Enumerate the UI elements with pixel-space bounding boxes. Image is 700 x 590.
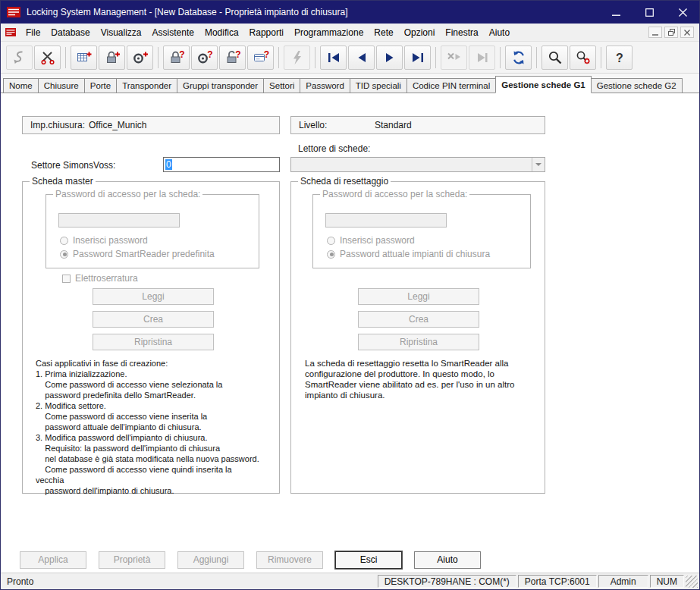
menu-file[interactable]: File bbox=[20, 25, 46, 40]
svg-text:?: ? bbox=[263, 49, 268, 60]
help-button[interactable]: ? bbox=[606, 46, 633, 70]
menu-visualizza[interactable]: Visualizza bbox=[96, 25, 147, 40]
menu-rete[interactable]: Rete bbox=[369, 25, 398, 40]
program-icon bbox=[289, 49, 306, 66]
radio-icon[interactable] bbox=[327, 237, 335, 245]
master-password-input[interactable] bbox=[58, 213, 180, 228]
menu-aiuto[interactable]: Aiuto bbox=[484, 25, 515, 40]
add-locking-system-button[interactable] bbox=[71, 46, 97, 70]
dropdown-arrow-button[interactable] bbox=[532, 158, 545, 171]
add-button[interactable]: Aggiungi bbox=[177, 551, 244, 569]
read-lock-button[interactable]: ? bbox=[163, 46, 190, 70]
electro-lock-checkbox-row[interactable]: Elettroserratura bbox=[62, 273, 138, 284]
menu-programmazione[interactable]: Programmazione bbox=[289, 25, 369, 40]
menu-finestra[interactable]: Finestra bbox=[440, 25, 483, 40]
tab-nome[interactable]: Nome bbox=[3, 78, 39, 93]
info-line: Come password di accesso viene quindi in… bbox=[36, 464, 259, 475]
minimize-button[interactable] bbox=[599, 1, 633, 24]
toolbar-separator bbox=[278, 47, 279, 68]
menubar: FileDatabaseVisualizzaAssistenteModifica… bbox=[1, 24, 699, 42]
next-record-button[interactable] bbox=[376, 46, 403, 70]
tab-gestione-schede-g2[interactable]: Gestione schede G2 bbox=[591, 78, 683, 93]
read-transponder-button[interactable]: ? bbox=[191, 46, 218, 70]
info-line: password attuale dell'impianto di chiusu… bbox=[36, 422, 259, 432]
menu-opzioni[interactable]: Opzioni bbox=[399, 25, 441, 40]
help-button[interactable]: Aiuto bbox=[414, 551, 481, 569]
radio-icon[interactable] bbox=[60, 237, 68, 245]
menu-database[interactable]: Database bbox=[46, 25, 95, 40]
toolbar-separator bbox=[65, 47, 66, 68]
radio-icon[interactable] bbox=[327, 250, 335, 259]
app-window: Locking System Management - [New Databas… bbox=[0, 0, 700, 590]
tab-porte[interactable]: Porte bbox=[84, 78, 118, 93]
tab-gestione-schede-g1[interactable]: Gestione schede G1 bbox=[495, 76, 592, 93]
prev-record-icon bbox=[353, 49, 370, 66]
info-line: Casi applicativi in fase di creazione: bbox=[36, 358, 259, 369]
radio-enter-password-reset[interactable]: Inserisci password bbox=[327, 235, 415, 246]
radio-current-system-password[interactable]: Password attuale impianti di chiusura bbox=[327, 249, 490, 259]
last-record-button[interactable] bbox=[404, 46, 431, 70]
last-record-icon bbox=[410, 49, 426, 66]
help-icon: ? bbox=[611, 49, 628, 66]
menu-modifica[interactable]: Modifica bbox=[199, 25, 244, 40]
tab-settori[interactable]: Settori bbox=[263, 78, 300, 93]
toolbar-separator bbox=[536, 47, 537, 68]
apply-button[interactable]: Applica bbox=[20, 551, 86, 569]
tab-chiusure[interactable]: Chiusure bbox=[38, 78, 85, 93]
close-button[interactable] bbox=[666, 1, 699, 24]
cancel-programming-button[interactable] bbox=[441, 46, 467, 70]
menu-rapporti[interactable]: Rapporti bbox=[244, 25, 289, 40]
filter-settings-button[interactable] bbox=[570, 46, 596, 70]
disconnect-button[interactable] bbox=[34, 46, 61, 70]
info-line: password predefinita dello SmartReader. bbox=[36, 390, 259, 400]
exit-button[interactable]: Esci bbox=[335, 551, 402, 569]
first-record-button[interactable] bbox=[320, 46, 347, 70]
maximize-button[interactable] bbox=[633, 1, 666, 24]
master-card-group-title: Scheda master bbox=[30, 176, 96, 187]
reset-create-button[interactable]: Crea bbox=[358, 311, 479, 328]
sector-input[interactable]: 0 bbox=[163, 157, 280, 172]
toolbar-separator bbox=[435, 47, 436, 68]
first-record-icon bbox=[325, 49, 342, 66]
svg-text:?: ? bbox=[207, 49, 212, 60]
reset-restore-button[interactable]: Ripristina bbox=[358, 334, 479, 350]
mdi-minimize-button[interactable] bbox=[648, 27, 662, 38]
properties-button[interactable]: Proprietà bbox=[99, 551, 165, 569]
master-info-text: Casi applicativi in fase di creazione:1.… bbox=[36, 358, 259, 496]
master-create-button[interactable]: Crea bbox=[93, 311, 214, 328]
radio-enter-password[interactable]: Inserisci password bbox=[60, 235, 148, 246]
skip-record-button[interactable] bbox=[469, 46, 495, 70]
add-lock-button[interactable] bbox=[99, 46, 125, 70]
checkbox-icon[interactable] bbox=[62, 275, 71, 283]
master-read-button[interactable]: Leggi bbox=[93, 288, 214, 305]
remove-button[interactable]: Rimuovere bbox=[256, 551, 323, 569]
tab-password[interactable]: Password bbox=[300, 78, 350, 93]
disconnect-icon bbox=[39, 49, 56, 66]
program-button[interactable] bbox=[284, 46, 310, 70]
card-management-page: Imp.chiusura: Office_Munich Livello: Sta… bbox=[1, 93, 699, 547]
tab-gruppi-transponder[interactable]: Gruppi transponder bbox=[177, 78, 264, 93]
resize-grip[interactable] bbox=[686, 576, 698, 588]
tab-transponder[interactable]: Transponder bbox=[116, 78, 177, 93]
menu-assistente[interactable]: Assistente bbox=[147, 25, 199, 40]
master-restore-button[interactable]: Ripristina bbox=[93, 334, 214, 350]
refresh-button[interactable] bbox=[505, 46, 532, 70]
mdi-restore-button[interactable] bbox=[664, 27, 678, 38]
locking-system-box: Imp.chiusura: Office_Munich bbox=[22, 116, 280, 134]
radio-default-smartreader-password[interactable]: Password SmartReader predefinita bbox=[60, 249, 215, 259]
search-button[interactable] bbox=[541, 46, 568, 70]
read-unknown-lock-button[interactable]: ? bbox=[219, 46, 246, 70]
next-record-icon bbox=[381, 49, 398, 66]
tab-tid-speciali[interactable]: TID speciali bbox=[350, 78, 407, 93]
card-reader-select[interactable] bbox=[290, 157, 545, 172]
connect-button[interactable] bbox=[6, 46, 33, 70]
prev-record-button[interactable] bbox=[348, 46, 375, 70]
radio-icon[interactable] bbox=[60, 250, 68, 259]
add-transponder-button[interactable] bbox=[127, 46, 153, 70]
tab-codice-pin-terminal[interactable]: Codice PIN terminal bbox=[407, 78, 496, 93]
read-card-button[interactable]: ? bbox=[247, 46, 274, 70]
reset-password-input[interactable] bbox=[325, 213, 447, 228]
mdi-close-button[interactable] bbox=[680, 27, 694, 38]
connect-icon bbox=[11, 49, 28, 66]
reset-read-button[interactable]: Leggi bbox=[358, 288, 479, 305]
